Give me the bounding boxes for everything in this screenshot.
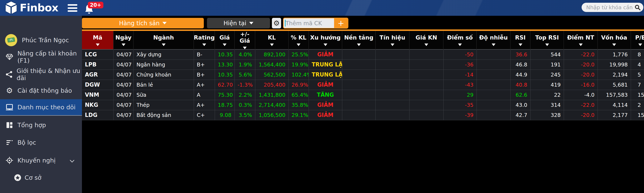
add-ticker-field — [284, 18, 334, 28]
sidebar-subitem-underlying[interactable]: Cơ sở — [0, 172, 82, 183]
finbox-logo[interactable]: Finbox — [5, 1, 58, 15]
notifications-button[interactable]: 20+ — [84, 2, 101, 14]
cell: -20.0 — [564, 110, 598, 120]
cell: 157,583 — [598, 90, 631, 100]
toolbar: Hàng tích sản Hiện tại ⚙ + — [82, 18, 348, 28]
cell: 04/07 — [114, 70, 134, 80]
table-row[interactable]: LDG04/07Bất động sảnC+9.083.5%1,056,5002… — [82, 110, 644, 120]
cell: B- — [194, 50, 215, 60]
column-header-9[interactable]: Xu hướng — [309, 31, 342, 50]
column-header-label: P/E — [635, 34, 644, 41]
sort-arrow-icon — [612, 44, 616, 46]
column-header-15[interactable]: RSI — [510, 31, 530, 50]
timeframe-select[interactable]: Hiện tại — [207, 18, 270, 28]
table-row[interactable]: LPB04/07Ngân hàngB+13.301.9%1,564,40019.… — [82, 60, 644, 70]
column-header-6[interactable]: +/- Giá — [234, 31, 255, 50]
sidebar-item-upgrade[interactable]: Nâng cấp tài khoản (F1) — [0, 51, 82, 63]
column-header-label: Điểm số — [447, 34, 473, 41]
cell: -50 — [443, 50, 476, 60]
user-profile[interactable]: $ Phúc Trần Ngọc — [0, 34, 82, 47]
table-row[interactable]: LCG04/07Xây dựngB-10.354.0%892,10025.5%G… — [82, 50, 644, 60]
sidebar-item-watchlist[interactable]: Danh mục theo dõi — [0, 99, 82, 116]
column-header-label: Nền tảng — [344, 34, 373, 41]
column-header-8[interactable]: % KL — [288, 31, 309, 50]
cell: 75.30 — [215, 90, 234, 100]
diamond-icon — [6, 54, 13, 60]
cell: 5 — [631, 70, 644, 80]
table-settings-button[interactable]: ⚙ — [272, 18, 281, 28]
table-row[interactable]: VNM04/07SữaA75.302.2%1,431,80065.4%TĂNG2… — [82, 90, 644, 100]
cube-logo-icon — [5, 1, 17, 15]
column-header-18[interactable]: Vốn hóa — [598, 31, 631, 50]
sidebar-item-label: Bộ lọc — [18, 139, 36, 146]
sort-arrow-icon — [324, 44, 327, 46]
sidebar-item-label: Cài đặt thông báo — [18, 87, 72, 94]
cell: 04/07 — [114, 110, 134, 120]
cell — [409, 50, 443, 60]
cell: 892,100 — [255, 50, 288, 60]
sidebar-item-recommendations[interactable]: Khuyến nghị — [0, 154, 82, 166]
cell: 1,564,400 — [255, 60, 288, 70]
global-search-input[interactable] — [586, 4, 634, 10]
cell: 04/07 — [114, 60, 134, 70]
sidebar-item-label: Cơ sở — [24, 174, 42, 181]
column-header-13[interactable]: Điểm số — [443, 31, 476, 50]
cell: -22.0 — [564, 100, 598, 110]
cell — [376, 90, 409, 100]
cell: GIẢM — [309, 80, 342, 90]
cell — [342, 110, 376, 120]
cell: A+ — [194, 100, 215, 110]
sidebar-item-summary[interactable]: Tổng hợp — [0, 119, 82, 131]
hamburger-menu-icon[interactable] — [68, 4, 77, 12]
cell: 36.6 — [510, 50, 530, 60]
sidebar-item-referral[interactable]: Giới thiệu & Nhận ưu đãi — [0, 68, 82, 80]
cell: 5,681 — [598, 80, 631, 90]
portfolio-select[interactable]: Hàng tích sản — [82, 18, 204, 28]
column-header-5[interactable]: Giá — [215, 31, 234, 50]
chevron-down-icon[interactable] — [70, 157, 74, 164]
portfolio-select-label: Hàng tích sản — [119, 20, 160, 27]
search-icon[interactable] — [634, 4, 640, 10]
add-ticker-button[interactable]: + — [334, 18, 348, 28]
cell: GIẢM — [309, 100, 342, 110]
column-header-10[interactable]: Nền tảng — [342, 31, 376, 50]
cell: TRUNG LẬP — [309, 70, 342, 80]
cell: 2 — [631, 100, 644, 110]
column-header-1[interactable]: Mã — [82, 31, 114, 50]
column-header-2[interactable]: Ngày — [114, 31, 134, 50]
cell: 3.5% — [234, 110, 255, 120]
column-header-14[interactable]: Độ nhiễu — [476, 31, 510, 50]
sort-arrow-icon — [96, 44, 100, 46]
sort-arrow-icon — [458, 44, 462, 46]
column-header-label: Ngày — [115, 34, 132, 41]
column-header-16[interactable]: Top RSI — [530, 31, 564, 50]
cell: 4.0% — [234, 50, 255, 60]
sidebar-item-screener[interactable]: Bộ lọc — [0, 137, 82, 148]
cell: 65.4% — [288, 90, 309, 100]
column-header-11[interactable]: Tín hiệu — [376, 31, 409, 50]
column-header-7[interactable]: KL — [255, 31, 288, 50]
sidebar-item-notification-settings[interactable]: ⚙ Cài đặt thông báo — [0, 85, 82, 96]
table-row[interactable]: NKG04/07ThépA+18.750.3%2,714,40035.8%GIẢ… — [82, 100, 644, 110]
sort-arrow-icon — [270, 44, 274, 46]
table-row[interactable]: AGR04/07Chứng khoánB+10.355.6%562,500102… — [82, 70, 644, 80]
cell: 29 — [443, 90, 476, 100]
add-ticker-input[interactable] — [286, 20, 332, 26]
sort-arrow-icon — [297, 44, 300, 46]
cell: 544 — [530, 50, 564, 60]
column-header-12[interactable]: Giá KN — [409, 31, 443, 50]
cell — [342, 60, 376, 70]
sort-arrow-icon — [390, 44, 394, 46]
column-header-17[interactable]: Điểm NT — [564, 31, 598, 50]
table-row[interactable]: DGW04/07Bán lẻA+62.70-1.3%205,40026.9%GI… — [82, 80, 644, 90]
caret-down-icon — [249, 22, 254, 24]
column-header-4[interactable]: Rating — [194, 31, 215, 50]
column-header-label: Mã — [93, 34, 102, 41]
column-header-3[interactable]: Ngành — [134, 31, 194, 50]
cell — [376, 80, 409, 90]
cell: 15 — [631, 110, 644, 120]
column-header-19[interactable]: P/E — [631, 31, 644, 50]
ticker-cell: AGR — [82, 70, 114, 80]
cell: 4 — [631, 60, 644, 70]
cell: -43 — [443, 80, 476, 90]
